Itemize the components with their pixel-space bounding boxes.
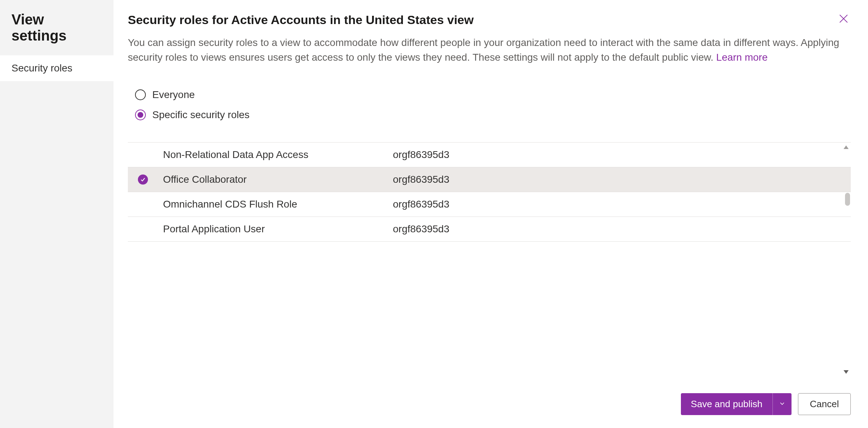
svg-marker-2	[844, 145, 849, 149]
scope-radio-group: Everyone Specific security roles	[128, 85, 851, 125]
header-row: Security roles for Active Accounts in th…	[128, 13, 851, 27]
scroll-up-icon[interactable]	[843, 145, 849, 151]
role-name: Omnichannel CDS Flush Role	[163, 199, 393, 210]
role-org: orgf86395d3	[393, 174, 851, 185]
page-title: Security roles for Active Accounts in th…	[128, 13, 474, 27]
description: You can assign security roles to a view …	[128, 36, 851, 65]
cancel-button[interactable]: Cancel	[798, 393, 851, 415]
sidebar-item-security-roles[interactable]: Security roles	[0, 55, 113, 81]
view-settings-dialog: View settings Security roles Security ro…	[0, 0, 868, 428]
checkmark-icon	[138, 175, 148, 185]
role-table-container: Non-Relational Data App Access orgf86395…	[128, 142, 851, 378]
radio-everyone[interactable]: Everyone	[135, 85, 851, 105]
row-check	[138, 175, 163, 185]
close-button[interactable]	[836, 11, 851, 27]
scrollbar-thumb[interactable]	[845, 193, 850, 206]
close-icon	[838, 20, 849, 25]
svg-marker-3	[844, 370, 849, 374]
table-row[interactable]: Omnichannel CDS Flush Role orgf86395d3	[128, 192, 851, 217]
role-name: Non-Relational Data App Access	[163, 149, 393, 160]
save-and-publish-button[interactable]: Save and publish	[681, 393, 772, 415]
learn-more-link[interactable]: Learn more	[716, 52, 767, 63]
role-org: orgf86395d3	[393, 149, 851, 160]
chevron-down-icon	[779, 400, 786, 408]
main-panel: Security roles for Active Accounts in th…	[113, 0, 868, 428]
sidebar: View settings Security roles	[0, 0, 113, 428]
radio-label: Everyone	[152, 89, 195, 101]
role-name: Portal Application User	[163, 223, 393, 235]
save-and-publish-split-button: Save and publish	[681, 393, 792, 415]
footer: Save and publish Cancel	[128, 378, 851, 415]
radio-specific-security-roles[interactable]: Specific security roles	[135, 105, 851, 125]
sidebar-title: View settings	[0, 0, 113, 55]
role-table: Non-Relational Data App Access orgf86395…	[128, 143, 851, 242]
radio-label: Specific security roles	[152, 109, 250, 121]
role-name: Office Collaborator	[163, 174, 393, 185]
table-row[interactable]: Non-Relational Data App Access orgf86395…	[128, 143, 851, 167]
radio-icon	[135, 110, 146, 120]
role-org: orgf86395d3	[393, 223, 851, 235]
save-and-publish-menu-button[interactable]	[773, 393, 792, 415]
table-row[interactable]: Office Collaborator orgf86395d3	[128, 167, 851, 192]
scroll-down-icon[interactable]	[843, 369, 849, 376]
radio-icon	[135, 89, 146, 100]
role-org: orgf86395d3	[393, 199, 851, 210]
table-row[interactable]: Portal Application User orgf86395d3	[128, 217, 851, 242]
